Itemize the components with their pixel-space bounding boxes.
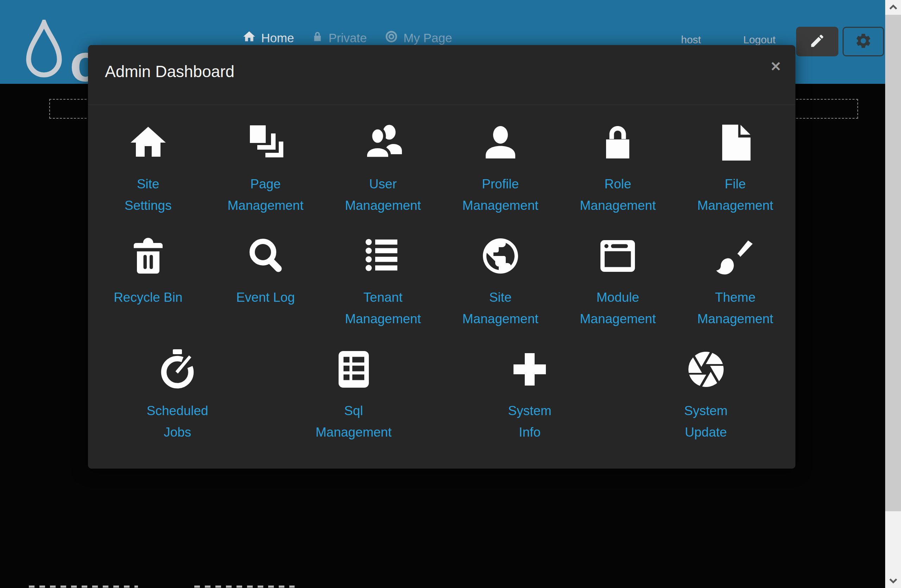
- tile-event-log[interactable]: Event Log: [207, 234, 324, 329]
- tile-label: SiteSettings: [125, 173, 172, 216]
- window-icon: [597, 234, 639, 278]
- tile-site-management[interactable]: SiteManagement: [442, 234, 559, 329]
- admin-tile-grid: SiteSettings PageManagement: [88, 105, 795, 465]
- settings-button[interactable]: [843, 27, 884, 56]
- close-icon[interactable]: ✕: [770, 60, 781, 73]
- nav-item-label: Private: [328, 31, 367, 45]
- admin-dashboard-modal: Admin Dashboard ✕ SiteSettings: [88, 45, 795, 469]
- tile-profile-management[interactable]: ProfileManagement: [442, 121, 559, 216]
- tile-label: ThemeManagement: [697, 287, 773, 329]
- nav-menu: Home Private My Page: [242, 30, 452, 47]
- tile-label: Recycle Bin: [114, 287, 182, 308]
- nav-item-my-page[interactable]: My Page: [384, 30, 452, 47]
- scrollbar[interactable]: [885, 0, 901, 588]
- clipped-bottom-content: [194, 585, 295, 588]
- tile-site-settings[interactable]: SiteSettings: [89, 121, 207, 216]
- plus-icon: [508, 348, 551, 391]
- tile-label: SqlManagement: [316, 400, 392, 443]
- lock-icon: [312, 31, 323, 45]
- home-icon: [242, 30, 256, 47]
- logout-link[interactable]: Logout: [744, 34, 776, 46]
- chevron-down-icon: [887, 575, 899, 586]
- tile-user-management[interactable]: UserManagement: [324, 121, 442, 216]
- tile-label: PageManagement: [228, 173, 304, 216]
- tile-sql-management[interactable]: SqlManagement: [265, 348, 442, 443]
- tile-label: TenantManagement: [345, 287, 421, 329]
- modal-title: Admin Dashboard: [105, 62, 234, 81]
- nav-item-home[interactable]: Home: [242, 30, 294, 47]
- edit-mode-button[interactable]: [796, 27, 839, 56]
- nav-item-label: Home: [261, 31, 294, 45]
- clipped-bottom-content: [29, 585, 138, 588]
- tile-label: Event Log: [236, 287, 295, 308]
- tile-label: SystemInfo: [508, 400, 552, 443]
- tile-label: SiteManagement: [463, 287, 538, 329]
- nav-item-private[interactable]: Private: [312, 31, 367, 45]
- scroll-up-button[interactable]: [885, 0, 901, 15]
- tile-scheduled-jobs[interactable]: ScheduledJobs: [89, 348, 265, 443]
- search-icon: [244, 234, 287, 278]
- tile-file-management[interactable]: FileManagement: [677, 121, 794, 216]
- tile-label: ProfileManagement: [463, 173, 538, 216]
- pencil-icon: [809, 33, 825, 50]
- pages-icon: [244, 121, 287, 164]
- nav-item-label: My Page: [403, 31, 452, 45]
- shutter-icon: [685, 348, 727, 391]
- tile-theme-management[interactable]: ThemeManagement: [677, 234, 794, 329]
- tile-system-info[interactable]: SystemInfo: [442, 348, 618, 443]
- tile-system-update[interactable]: SystemUpdate: [618, 348, 794, 443]
- lock-icon: [597, 121, 639, 164]
- home-icon: [127, 121, 169, 164]
- tile-role-management[interactable]: RoleManagement: [559, 121, 677, 216]
- users-icon: [362, 121, 404, 164]
- tile-recycle-bin[interactable]: Recycle Bin: [89, 234, 207, 329]
- scrollbar-thumb[interactable]: [885, 15, 901, 511]
- modal-header: Admin Dashboard ✕: [88, 45, 795, 105]
- person-icon: [479, 121, 522, 164]
- chevron-up-icon: [887, 2, 899, 13]
- user-links: host Logout: [681, 34, 775, 46]
- tile-tenant-management[interactable]: TenantManagement: [324, 234, 442, 329]
- water-drop-icon: [23, 20, 65, 82]
- tile-label: RoleManagement: [580, 173, 656, 216]
- gear-icon: [854, 32, 872, 51]
- tile-label: ScheduledJobs: [147, 400, 208, 443]
- oqtane-admin-screen: oqtane Home Private: [0, 0, 901, 588]
- scroll-down-button[interactable]: [885, 573, 901, 588]
- timer-icon: [156, 348, 198, 391]
- username-link[interactable]: host: [681, 34, 701, 46]
- tile-page-management[interactable]: PageManagement: [207, 121, 324, 216]
- brush-icon: [714, 234, 756, 278]
- target-icon: [384, 30, 398, 47]
- tile-module-management[interactable]: ModuleManagement: [559, 234, 677, 329]
- tile-label: ModuleManagement: [580, 287, 656, 329]
- list-icon: [362, 234, 404, 278]
- file-icon: [714, 121, 756, 164]
- tile-label: UserManagement: [345, 173, 421, 216]
- tile-label: SystemUpdate: [684, 400, 728, 443]
- trash-icon: [127, 234, 169, 278]
- globe-icon: [479, 234, 522, 278]
- tile-label: FileManagement: [697, 173, 773, 216]
- table-icon: [333, 348, 375, 391]
